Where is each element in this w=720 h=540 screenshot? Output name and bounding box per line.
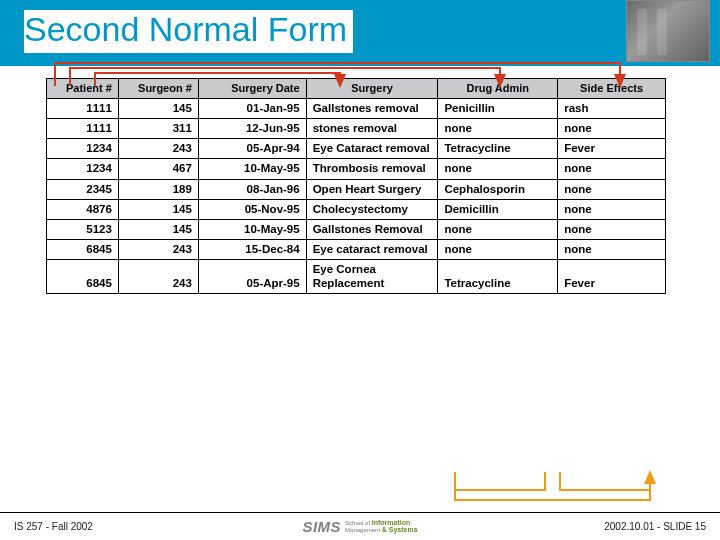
- cell: Cholecystectomy: [306, 199, 438, 219]
- cell: Tetracycline: [438, 260, 558, 293]
- table-row: 487614505-Nov-95CholecystectomyDemicilli…: [47, 199, 666, 219]
- table-row: 234518908-Jan-96Open Heart SurgeryCephal…: [47, 179, 666, 199]
- cell: 1234: [47, 159, 119, 179]
- cell: 5123: [47, 219, 119, 239]
- cell: none: [558, 179, 666, 199]
- col-surgerydate: Surgery Date: [198, 79, 306, 99]
- cell: none: [438, 219, 558, 239]
- decorative-photo: [626, 0, 710, 62]
- cell: none: [558, 199, 666, 219]
- cell: 2345: [47, 179, 119, 199]
- cell: 4876: [47, 199, 119, 219]
- cell: 01-Jan-95: [198, 98, 306, 118]
- cell: 145: [118, 219, 198, 239]
- cell: Fever: [558, 260, 666, 293]
- col-patient: Patient #: [47, 79, 119, 99]
- cell: Thrombosis removal: [306, 159, 438, 179]
- col-surgeon: Surgeon #: [118, 79, 198, 99]
- cell: Demicillin: [438, 199, 558, 219]
- data-table-wrap: Patient # Surgeon # Surgery Date Surgery…: [46, 78, 666, 294]
- cell: 05-Apr-94: [198, 139, 306, 159]
- cell: Gallstones removal: [306, 98, 438, 118]
- cell: 10-May-95: [198, 219, 306, 239]
- cell: 467: [118, 159, 198, 179]
- cell: 15-Dec-84: [198, 240, 306, 260]
- cell: Eye cataract removal: [306, 240, 438, 260]
- cell: Fever: [558, 139, 666, 159]
- cell: 6845: [47, 240, 119, 260]
- cell: none: [438, 240, 558, 260]
- logo-line2b: & Systems: [382, 526, 418, 533]
- sims-logo-sub: School of Information Management & Syste…: [345, 519, 418, 533]
- slide-title: Second Normal Form: [24, 10, 353, 53]
- cell: 1111: [47, 118, 119, 138]
- cell: 05-Nov-95: [198, 199, 306, 219]
- table-header-row: Patient # Surgeon # Surgery Date Surgery…: [47, 79, 666, 99]
- cell: Tetracycline: [438, 139, 558, 159]
- logo-line2a: Management: [345, 527, 382, 533]
- cell: Open Heart Surgery: [306, 179, 438, 199]
- cell: 6845: [47, 260, 119, 293]
- col-side: Side Effects: [558, 79, 666, 99]
- cell: none: [558, 219, 666, 239]
- table-row: 684524315-Dec-84Eye cataract removalnone…: [47, 240, 666, 260]
- col-drug: Drug Admin: [438, 79, 558, 99]
- sims-logo-text: SIMS: [302, 518, 341, 535]
- table-row: 123424305-Apr-94Eye Cataract removalTetr…: [47, 139, 666, 159]
- logo-line1b: Information: [372, 519, 411, 526]
- cell: none: [438, 159, 558, 179]
- table-row: 684524305-Apr-95Eye Cornea ReplacementTe…: [47, 260, 666, 293]
- table-row: 111131112-Jun-95stones removalnonenone: [47, 118, 666, 138]
- cell: 08-Jan-96: [198, 179, 306, 199]
- cell: Eye Cornea Replacement: [306, 260, 438, 293]
- table-row: 111114501-Jan-95Gallstones removalPenici…: [47, 98, 666, 118]
- cell: 12-Jun-95: [198, 118, 306, 138]
- cell: none: [438, 118, 558, 138]
- table-row: 512314510-May-95Gallstones Removalnoneno…: [47, 219, 666, 239]
- cell: 145: [118, 199, 198, 219]
- cell: 10-May-95: [198, 159, 306, 179]
- cell: none: [558, 159, 666, 179]
- cell: 05-Apr-95: [198, 260, 306, 293]
- normal-form-table: Patient # Surgeon # Surgery Date Surgery…: [46, 78, 666, 294]
- cell: 1111: [47, 98, 119, 118]
- footer-logo: SIMS School of Information Management & …: [302, 516, 417, 536]
- cell: 311: [118, 118, 198, 138]
- table-row: 123446710-May-95Thrombosis removalnoneno…: [47, 159, 666, 179]
- cell: 189: [118, 179, 198, 199]
- cell: none: [558, 240, 666, 260]
- logo-line1a: School of: [345, 520, 372, 526]
- cell: stones removal: [306, 118, 438, 138]
- cell: Cephalosporin: [438, 179, 558, 199]
- cell: rash: [558, 98, 666, 118]
- cell: 243: [118, 240, 198, 260]
- cell: 243: [118, 139, 198, 159]
- cell: 145: [118, 98, 198, 118]
- cell: 243: [118, 260, 198, 293]
- cell: none: [558, 118, 666, 138]
- col-surgery: Surgery: [306, 79, 438, 99]
- footer-right: 2002.10.01 - SLIDE 15: [604, 521, 706, 532]
- footer-left: IS 257 - Fall 2002: [14, 521, 93, 532]
- cell: Eye Cataract removal: [306, 139, 438, 159]
- cell: Penicillin: [438, 98, 558, 118]
- cell: 1234: [47, 139, 119, 159]
- cell: Gallstones Removal: [306, 219, 438, 239]
